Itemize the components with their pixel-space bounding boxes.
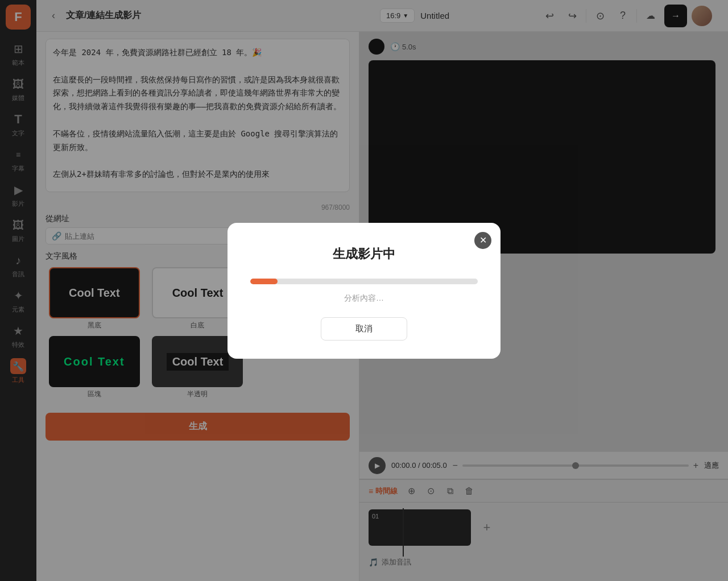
progress-bar-wrap bbox=[250, 279, 478, 284]
modal-title: 生成影片中 bbox=[333, 246, 395, 263]
modal-dialog: ✕ 生成影片中 分析內容… 取消 bbox=[228, 223, 500, 359]
modal-cancel-button[interactable]: 取消 bbox=[321, 317, 407, 341]
modal-close-button[interactable]: ✕ bbox=[474, 232, 491, 249]
modal-overlay: ✕ 生成影片中 分析內容… 取消 bbox=[0, 0, 728, 581]
progress-bar-fill bbox=[250, 279, 278, 284]
progress-status: 分析內容… bbox=[344, 293, 384, 304]
